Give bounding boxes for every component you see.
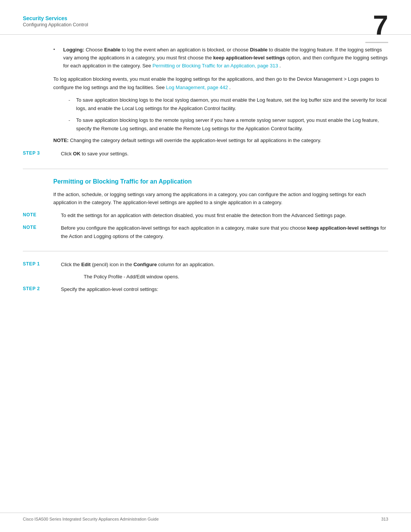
section-heading: Permitting or Blocking Traffic for an Ap… xyxy=(23,178,388,185)
footer-text: Cisco ISA500 Series Integrated Security … xyxy=(23,517,159,521)
note2-text1: Before you configure the application-lev… xyxy=(61,225,307,231)
note2-text: Before you configure the application-lev… xyxy=(61,224,388,240)
note2-label: NOTE xyxy=(23,224,61,230)
note1-label: NOTE xyxy=(23,211,61,217)
bullet-marker: ▪ xyxy=(53,46,60,70)
step1-sub-para: The Policy Profile - Add/Edit window ope… xyxy=(23,273,388,281)
logging-label: Logging: xyxy=(63,47,84,53)
step1-line: STEP 1 Click the Edit (pencil) icon in t… xyxy=(23,260,388,268)
logging-link[interactable]: Permitting or Blocking Traffic for an Ap… xyxy=(153,63,278,69)
step1-edit: Edit xyxy=(81,262,91,267)
step1-configure: Configure xyxy=(134,262,157,267)
step1-text2: (pencil) icon in the xyxy=(92,262,134,267)
note-block: NOTE: Changing the category default sett… xyxy=(23,136,388,144)
logging-disable: Disable xyxy=(250,47,268,53)
note2-bold: keep application-level settings xyxy=(307,225,379,231)
step1-text3: column for an application. xyxy=(158,262,215,267)
note-label: NOTE: xyxy=(53,137,68,143)
dash-item-2: - To save application blocking logs to t… xyxy=(23,116,388,133)
step2-line: STEP 2 Specify the application-level con… xyxy=(23,285,388,293)
logging-text2: to log the event when an application is … xyxy=(122,47,250,53)
footer-page-number: 313 xyxy=(381,517,388,521)
dash-content-2: To save application blocking logs to the… xyxy=(76,116,388,133)
step2-label: STEP 2 xyxy=(23,285,61,291)
logging-keep: keep application-level settings xyxy=(213,55,285,61)
page-footer: Cisco ISA500 Series Integrated Security … xyxy=(0,513,411,521)
dash-content-1: To save application blocking logs to the… xyxy=(76,96,388,112)
dash-item-1: - To save application blocking logs to t… xyxy=(23,96,388,112)
step3-text: Click xyxy=(61,151,73,157)
step1-sub: The Policy Profile - Add/Edit window ope… xyxy=(84,274,179,280)
dash-marker-1: - xyxy=(68,96,76,112)
step1-label: STEP 1 xyxy=(23,260,61,267)
step1-text1: Click the xyxy=(61,262,81,267)
log-events-period: . xyxy=(229,85,231,90)
step1-content: Click the Edit (pencil) icon in the Conf… xyxy=(61,260,388,268)
note2-row: NOTE Before you configure the applicatio… xyxy=(23,224,388,240)
step2-content: Specify the application-level control se… xyxy=(61,285,388,293)
section-para1: If the action, schedule, or logging sett… xyxy=(23,190,388,207)
log-events-para: To log application blocking events, you … xyxy=(23,75,388,91)
note-text: Changing the category default settings w… xyxy=(70,137,321,143)
logging-enable: Enable xyxy=(104,47,121,53)
logging-bullet: ▪ Logging: Choose Enable to log the even… xyxy=(23,46,388,70)
step3-content: Click OK to save your settings. xyxy=(61,150,388,158)
step3-label: STEP 3 xyxy=(23,150,61,156)
section-title: Security Services xyxy=(23,15,388,21)
sub-title: Configuring Application Control xyxy=(23,22,388,27)
chapter-line xyxy=(365,42,388,43)
log-management-link[interactable]: Log Management, page 442 xyxy=(166,85,228,90)
section-divider-1 xyxy=(23,169,388,169)
page-container: Security Services Configuring Applicatio… xyxy=(0,0,411,532)
logging-bullet-content: Logging: Choose Enable to log the event … xyxy=(63,46,388,70)
step3-ok: OK xyxy=(73,151,81,157)
chapter-number: 7 xyxy=(373,11,388,39)
section-divider-2 xyxy=(23,251,388,251)
page-header: Security Services Configuring Applicatio… xyxy=(0,0,411,35)
note1-row: NOTE To edit the settings for an applica… xyxy=(23,211,388,219)
step3-rest: to save your settings. xyxy=(82,151,129,157)
logging-period: . xyxy=(279,63,281,69)
step3-line: STEP 3 Click OK to save your settings. xyxy=(23,150,388,158)
content-area: ▪ Logging: Choose Enable to log the even… xyxy=(0,35,411,293)
dash-marker-2: - xyxy=(68,116,76,133)
logging-text1: Choose xyxy=(86,47,104,53)
note1-text: To edit the settings for an application … xyxy=(61,211,388,219)
